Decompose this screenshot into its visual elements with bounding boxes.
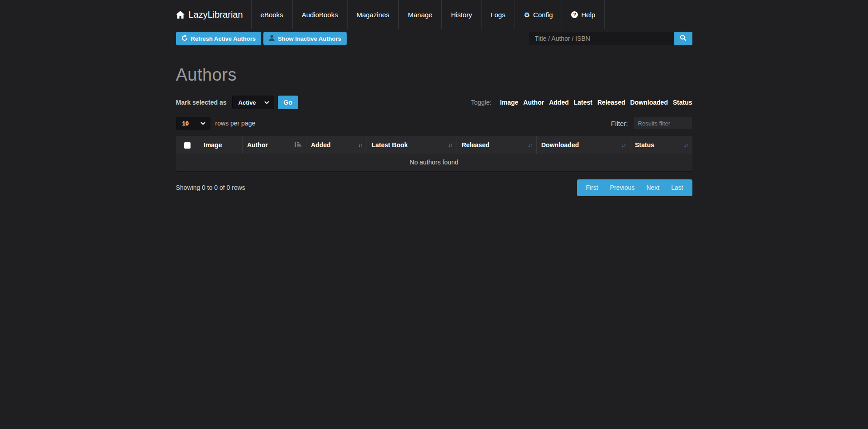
table-header-row: Image Author Adde — [176, 136, 692, 154]
search-group — [529, 32, 692, 45]
rows-per-page-select[interactable]: 10 — [176, 117, 210, 130]
show-inactive-authors-button[interactable]: Show Inactive Authors — [263, 32, 347, 45]
nav-item-manage[interactable]: Manage — [398, 0, 441, 29]
sort-both-icon: ↓↑ — [680, 141, 688, 148]
user-icon — [269, 35, 275, 43]
rows-per-page-value: 10 — [182, 120, 189, 127]
search-input[interactable] — [529, 32, 674, 45]
page-title: Authors — [176, 65, 692, 85]
brand-title: LazyLibrarian — [189, 10, 243, 20]
sort-both-icon: ↓↑ — [444, 141, 452, 148]
showing-rows-text: Showing 0 to 0 of 0 rows — [176, 184, 245, 191]
toolbar: Refresh Active Authors Show Inactive Aut… — [176, 32, 692, 45]
gear-icon: ⚙ — [524, 11, 530, 18]
nav-item-ebooks[interactable]: eBooks — [251, 0, 292, 29]
question-circle-icon: ? — [571, 11, 578, 18]
toggle-added[interactable]: Added — [549, 99, 569, 106]
filter-group: Filter: — [611, 117, 692, 130]
toggle-downloaded[interactable]: Downloaded — [630, 99, 668, 106]
pagination-last[interactable]: Last — [665, 184, 689, 191]
go-button[interactable]: Go — [278, 96, 298, 109]
table-footer: Showing 0 to 0 of 0 rows First Previous … — [176, 179, 692, 196]
home-icon — [176, 11, 185, 19]
listing-row: 10 rows per page Filter: — [176, 117, 692, 130]
column-header-author[interactable]: Author — [243, 136, 306, 154]
sort-both-icon: ↓↑ — [524, 141, 532, 148]
pagination-next[interactable]: Next — [640, 184, 665, 191]
toggle-group: Toggle: Image Author Added Latest Releas… — [471, 99, 692, 106]
toggle-image[interactable]: Image — [500, 99, 518, 106]
toggle-label: Toggle: — [471, 99, 491, 106]
nav-item-history[interactable]: History — [441, 0, 481, 29]
column-header-image: Image — [199, 136, 243, 154]
sort-both-icon: ↓↑ — [618, 141, 625, 148]
pagination-previous[interactable]: Previous — [604, 184, 640, 191]
pagination-first[interactable]: First — [580, 184, 604, 191]
search-icon — [680, 34, 687, 43]
controls-row: Mark selected as Active Go Toggle: Image… — [176, 96, 692, 109]
nav-item-audiobooks[interactable]: AudioBooks — [292, 0, 347, 29]
toggle-latest[interactable]: Latest — [574, 99, 592, 106]
column-header-added[interactable]: Added ↓↑ — [306, 136, 367, 154]
rows-per-page-label: rows per page — [215, 120, 256, 127]
sort-both-icon: ↓↑ — [354, 141, 362, 148]
search-button[interactable] — [674, 32, 692, 45]
nav-item-magazines[interactable]: Magazines — [347, 0, 399, 29]
select-all-checkbox[interactable] — [184, 142, 191, 149]
nav-items: eBooks AudioBooks Magazines Manage Histo… — [251, 0, 605, 29]
chevron-down-icon — [264, 101, 269, 104]
mark-selected-label: Mark selected as — [176, 99, 227, 106]
select-all-header — [176, 136, 199, 154]
toggle-status[interactable]: Status — [673, 99, 692, 106]
sort-amount-icon — [291, 141, 301, 149]
filter-label: Filter: — [611, 120, 628, 127]
brand[interactable]: LazyLibrarian — [176, 0, 251, 29]
authors-table: Image Author Adde — [176, 136, 692, 172]
mark-as-selected-value: Active — [238, 99, 256, 106]
toggle-released[interactable]: Released — [597, 99, 625, 106]
toggle-author[interactable]: Author — [523, 99, 544, 106]
nav-item-logs[interactable]: Logs — [481, 0, 515, 29]
column-header-released[interactable]: Released ↓↑ — [457, 136, 537, 154]
refresh-active-authors-button[interactable]: Refresh Active Authors — [176, 32, 262, 45]
nav-item-config[interactable]: ⚙ Config — [515, 0, 562, 29]
refresh-icon — [181, 35, 188, 43]
column-header-latest-book[interactable]: Latest Book ↓↑ — [367, 136, 457, 154]
empty-state-row: No authors found — [176, 154, 692, 171]
navbar: LazyLibrarian eBooks AudioBooks Magazine… — [176, 0, 692, 29]
mark-as-select[interactable]: Active — [232, 96, 274, 109]
column-header-status[interactable]: Status ↓↑ — [630, 136, 692, 154]
nav-item-help[interactable]: ? Help — [562, 0, 605, 29]
chevron-down-icon — [200, 122, 205, 125]
column-header-downloaded[interactable]: Downloaded ↓↑ — [537, 136, 630, 154]
empty-state-message: No authors found — [176, 154, 692, 171]
pagination: First Previous Next Last — [577, 179, 692, 196]
results-filter-input[interactable] — [633, 117, 692, 130]
